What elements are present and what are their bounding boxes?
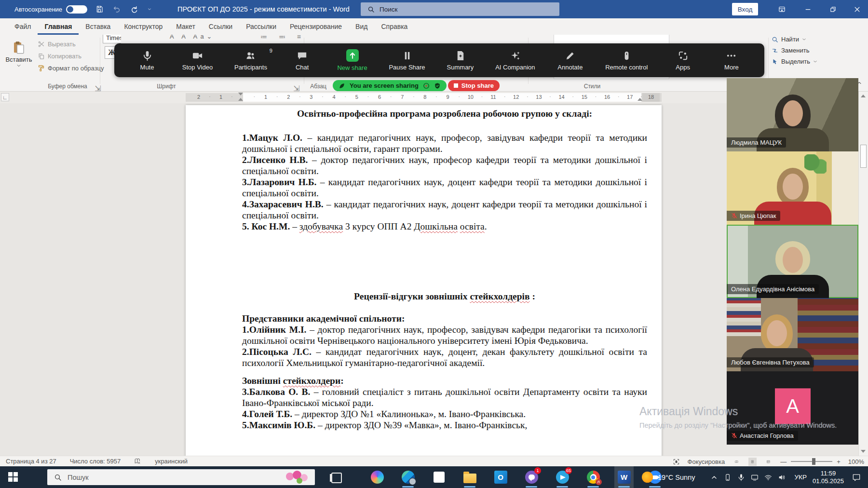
- zoom-toolbar-button[interactable]: Remote control: [605, 50, 648, 71]
- phone-icon[interactable]: [724, 474, 732, 481]
- save-icon[interactable]: [94, 4, 105, 14]
- chevron-down-icon[interactable]: [163, 53, 168, 57]
- taskbar-app[interactable]: 1: [522, 466, 541, 488]
- zoom-slider-thumb[interactable]: [812, 458, 815, 465]
- paragraph[interactable]: Зовнішні стейкхолдери:: [242, 375, 647, 386]
- left-indent-marker[interactable]: [238, 98, 243, 101]
- scroll-up-icon[interactable]: [861, 95, 866, 97]
- paragraph[interactable]: 4.Голей Т.Б. – директор ЗДО №1 «Калинонь…: [242, 408, 647, 420]
- paragraph[interactable]: 1.Олійник М.І. – доктор педагогічних нау…: [242, 324, 647, 346]
- scroll-down-icon[interactable]: [861, 450, 866, 453]
- taskbar-app[interactable]: [367, 466, 387, 488]
- chevron-down-icon[interactable]: [216, 53, 220, 57]
- zoom-toolbar-button[interactable]: 9 Participants: [234, 50, 267, 71]
- focus-mode[interactable]: Фокусировка: [688, 458, 725, 465]
- zoom-toolbar-button[interactable]: New share: [337, 49, 367, 71]
- ribbon-tab[interactable]: Вид: [349, 18, 374, 35]
- ribbon-tab[interactable]: Макет: [169, 18, 202, 35]
- zoom-toolbar-button[interactable]: Pause Share: [389, 50, 425, 71]
- paragraph[interactable]: Освітньо-професійна програма розроблена …: [242, 108, 647, 119]
- zoom-in-button[interactable]: +: [837, 458, 841, 465]
- paragraph[interactable]: 2.Лисенко Н.В. – доктор педагогічних нау…: [242, 154, 647, 176]
- ribbon-tab[interactable]: Ссылки: [202, 18, 239, 35]
- ribbon-tab[interactable]: Рассылки: [239, 18, 283, 35]
- paragraph-spacer[interactable]: [242, 119, 647, 132]
- participant-video[interactable]: Ірина Цюпак: [727, 151, 858, 225]
- ribbon-tab[interactable]: Вставка: [79, 18, 117, 35]
- taskbar-app[interactable]: [429, 466, 448, 488]
- zoom-toolbar-button[interactable]: Summary: [447, 50, 474, 71]
- vertical-scrollbar[interactable]: [858, 92, 868, 456]
- task-view-button[interactable]: [330, 471, 342, 484]
- weather-icon[interactable]: [642, 472, 653, 483]
- paragraph-spacer[interactable]: [242, 232, 647, 291]
- ribbon-tab[interactable]: Рецензирование: [283, 18, 349, 35]
- first-line-indent-marker[interactable]: [238, 93, 243, 95]
- paragraph-spacer[interactable]: [242, 368, 647, 375]
- zoom-out-button[interactable]: —: [780, 458, 787, 465]
- paragraph[interactable]: Рецензії-відгуки зовнішніх стейкхолдерів…: [242, 291, 647, 302]
- proofing-icon[interactable]: [134, 458, 141, 465]
- taskbar-search[interactable]: Пошук: [47, 469, 315, 485]
- taskbar-app[interactable]: Л: [583, 466, 603, 488]
- volume-icon[interactable]: [778, 474, 786, 481]
- wifi-icon[interactable]: [764, 474, 772, 481]
- weather-label[interactable]: 19°C Sunny: [658, 474, 695, 481]
- zoom-slider[interactable]: — +: [780, 458, 841, 465]
- ribbon-tab[interactable]: Конструктор: [117, 18, 169, 35]
- ribbon-tab[interactable]: Файл: [8, 18, 38, 35]
- find-button[interactable]: Найти: [772, 36, 817, 43]
- chevron-down-icon[interactable]: [146, 4, 153, 14]
- search-box[interactable]: Поиск: [361, 2, 559, 16]
- start-button[interactable]: [6, 470, 20, 484]
- chevron-up-icon[interactable]: [710, 474, 718, 481]
- stop-share-button[interactable]: Stop share: [448, 80, 500, 91]
- participant-video[interactable]: A Анастасія Горлова: [727, 371, 858, 445]
- zoom-toolbar-button[interactable]: Apps: [669, 50, 696, 71]
- paragraph[interactable]: 3.Лазарович Н.Б. – кандидат педагогічних…: [242, 176, 647, 199]
- dialog-launcher-icon[interactable]: ⇲: [293, 84, 298, 89]
- taskbar-app[interactable]: [460, 466, 479, 488]
- language-switcher[interactable]: УКР: [794, 474, 806, 481]
- dialog-launcher-icon[interactable]: ⇲: [95, 84, 100, 89]
- taskbar-app[interactable]: W: [614, 466, 634, 488]
- zoom-toolbar-button[interactable]: More: [718, 50, 745, 71]
- paragraph[interactable]: 1.Мацук Л.О. – кандидат педагогічних нау…: [242, 132, 647, 154]
- paste-button[interactable]: Вставить: [5, 38, 33, 78]
- taskbar-app[interactable]: 65: [553, 466, 572, 488]
- autosave-control[interactable]: Автосохранение: [14, 5, 87, 14]
- language-indicator[interactable]: украинский: [155, 458, 188, 465]
- paragraph[interactable]: 2.Пісоцька Л.С. – кандидат педагогічних …: [242, 346, 647, 368]
- cast-icon[interactable]: [751, 474, 759, 481]
- ribbon-tab[interactable]: Главная: [38, 18, 79, 35]
- format-painter-button[interactable]: Формат по образцу: [38, 65, 104, 72]
- paragraph[interactable]: Представники академічної спільноти:: [242, 313, 647, 324]
- replace-button[interactable]: Заменить: [772, 47, 817, 54]
- undo-icon[interactable]: [111, 4, 122, 14]
- clock[interactable]: 11:59 01.05.2025: [813, 470, 844, 485]
- print-layout-icon[interactable]: [748, 458, 757, 466]
- redo-icon[interactable]: [129, 4, 139, 14]
- notification-icon[interactable]: [852, 473, 861, 482]
- participant-video[interactable]: Людмила МАЦУК: [727, 78, 858, 151]
- taskbar-app[interactable]: O: [491, 466, 510, 488]
- cut-button[interactable]: Вырезать: [38, 41, 76, 48]
- tab-selector[interactable]: ∟: [1, 93, 9, 101]
- right-indent-marker[interactable]: [637, 98, 642, 101]
- read-mode-icon[interactable]: [732, 458, 741, 466]
- participant-video[interactable]: Любов Євгенівна Петухова: [727, 298, 858, 371]
- focus-icon[interactable]: [673, 458, 680, 465]
- paragraph[interactable]: 3.Балкова О. В. – головний спеціаліст з …: [242, 386, 647, 408]
- copy-button[interactable]: Копировать: [38, 53, 81, 60]
- page-indicator[interactable]: Страница 4 из 27: [6, 458, 56, 465]
- zoom-toolbar-button[interactable]: Chat: [289, 50, 316, 71]
- paragraph-spacer[interactable]: [242, 302, 647, 313]
- paragraph[interactable]: 4.Захарасевич Н.В. – кандидат педагогічн…: [242, 199, 647, 221]
- select-button[interactable]: Выделить: [772, 58, 817, 65]
- web-layout-icon[interactable]: [764, 458, 773, 466]
- autosave-toggle[interactable]: [66, 5, 87, 14]
- paragraph[interactable]: 5. Кос Н.М. – здобувачка 3 курсу ОПП А2 …: [242, 221, 647, 232]
- signin-button[interactable]: Вход: [732, 3, 758, 15]
- document-page[interactable]: Освітньо-професійна програма розроблена …: [186, 105, 662, 456]
- zoom-toolbar-button[interactable]: Mute: [134, 50, 161, 71]
